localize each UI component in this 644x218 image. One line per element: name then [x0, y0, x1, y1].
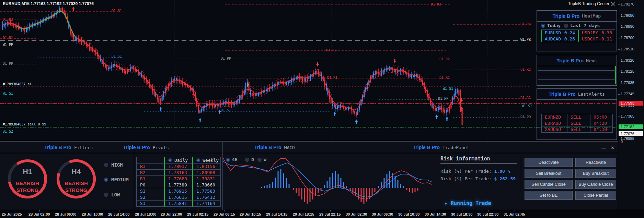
risk-percent-value: 1.00 % [494, 169, 510, 174]
heatmap-brand: Triple B Pro [553, 13, 580, 19]
close-icon[interactable]: ✕ [611, 145, 614, 150]
time-tick [515, 210, 515, 211]
macd-chart[interactable] [223, 155, 435, 210]
time-tick [172, 210, 172, 211]
filter-option-high[interactable]: HIGH [104, 162, 123, 168]
radio-last-7-days[interactable] [564, 24, 568, 28]
chart-label: W1 PP [3, 43, 13, 47]
time-label: 28 Jul 02:00 [28, 212, 50, 216]
sell-breakout-button[interactable]: Sell Breakout [525, 169, 573, 178]
bottom-panel-strip: Triple B Pro Filters Triple B Pro Pivots… [0, 141, 618, 210]
lastalerts-panel: Triple B Pro LastAlerts EURNZDSELL05:00E… [537, 88, 617, 140]
time-tick [383, 210, 383, 211]
alert-symbol: EURNZD [541, 114, 567, 120]
macd-hist-bar [400, 184, 401, 188]
pivot-weekly-value: 1.80908 [192, 169, 221, 176]
heatmap-table: EURUSD0.24AUDCAD0.26USDJPY-0.38USDCHF-0.… [541, 29, 615, 42]
macd-hist-bar [375, 188, 376, 192]
time-label: 29 Jul 18:15 [293, 212, 314, 216]
risk-dollar-value: $ 262.59 [494, 176, 516, 181]
pivot-daily-value: 1.78937 [164, 163, 193, 170]
radio-high[interactable] [104, 163, 108, 167]
chart-label: W1 S1 [522, 104, 532, 108]
price-label: 1.77365 [621, 114, 634, 118]
pivots-column-daily[interactable]: Daily [164, 157, 193, 164]
news-header: Triple B Pro News [537, 55, 617, 66]
macd-hist-bar [330, 177, 331, 188]
macd-hist-bar [280, 169, 281, 188]
price-scale[interactable]: 1.792701.790801.788901.787001.785101.783… [618, 0, 644, 210]
time-label: 30 Jul 14:30 [425, 212, 446, 216]
macd-hist-bar [272, 182, 273, 188]
macd-hist-bar [403, 186, 404, 188]
reactivate-button[interactable]: Reactivate [575, 158, 616, 167]
deactivate-button[interactable]: Deactivate [525, 158, 573, 167]
radio-today[interactable] [541, 24, 545, 28]
price-tick [618, 106, 620, 106]
pivot-weekly-value: 1.77583 [192, 188, 221, 194]
news-brand: Triple B Pro [557, 58, 584, 63]
time-label: 28 Jul 10:00 [82, 212, 103, 216]
macd-hist-bar [304, 188, 305, 202]
radio-medium[interactable] [104, 178, 108, 182]
macd-hist-bar [369, 188, 370, 199]
pivots-column-weekly[interactable]: Weekly [192, 157, 221, 164]
price-label: 1.78700 [621, 36, 634, 40]
chart-label: D1 R1 [327, 76, 337, 80]
pivot-daily-value: 1.78163 [164, 169, 193, 176]
buy-candle-close-button[interactable]: Buy Candle Close [575, 180, 616, 189]
chart-label: W1 S1 [3, 92, 13, 95]
alert-direction: SELL [567, 126, 590, 133]
minimize-icon[interactable]: — [601, 145, 606, 150]
news-row [538, 71, 616, 75]
filter-option-medium[interactable]: MEDIUM [104, 177, 129, 182]
pivot-level: R3 [136, 163, 164, 170]
macd-hist-bar [327, 181, 328, 188]
chart-label: D1 R3 [3, 17, 13, 21]
macd-hist-bar [364, 188, 365, 204]
time-tick [304, 210, 304, 211]
close-partial-button[interactable]: Close Partial [575, 191, 616, 200]
heatmap-title: HeatMap [582, 13, 601, 19]
lastalerts-title: LastAlerts [578, 92, 605, 97]
buy-breakout-button[interactable]: Buy Breakout [575, 169, 616, 178]
chart-label: D1 R3 [431, 2, 441, 6]
macd-hist-bar [350, 188, 351, 190]
alert-time: 04:30 [590, 126, 613, 133]
tab-last-7-days[interactable]: Last 7 days [564, 23, 600, 28]
alert-symbol: EURAUD [541, 120, 567, 126]
time-label: 29 Jul 02:15 [187, 212, 208, 216]
macd-hist-bar [321, 188, 322, 190]
filter-option-low[interactable]: LOW [104, 192, 120, 197]
time-tick [357, 210, 357, 211]
heatmap-cell-audcad: AUDCAD0.26 [542, 36, 578, 42]
chart-label: D1 S1 [112, 54, 122, 58]
macd-hist-bar [324, 185, 325, 188]
tradepanel-window-buttons: — ✕ [601, 145, 614, 150]
macd-hist-bar [332, 173, 333, 188]
set-to-be-button[interactable]: Set to BE [525, 191, 573, 200]
radio-low[interactable] [104, 193, 108, 197]
risk-percent-row: Risk (%) Per Trade: 1.00 % [440, 169, 510, 174]
tab-today[interactable]: Today [541, 23, 561, 28]
macd-hist-bar [335, 171, 336, 188]
price-tick [618, 16, 620, 16]
alert-direction: SELL [567, 114, 590, 120]
price-chart[interactable]: D1 R3D1 R1W1 PPD1 PP#1789384837 slW1 S1#… [0, 0, 618, 141]
running-trade-toggle[interactable]: ▸ Running Trade [445, 200, 491, 206]
macd-hist-bar [283, 173, 284, 188]
panel-divider [222, 142, 223, 210]
time-tick [39, 210, 40, 211]
time-axis[interactable]: 25 Jul 202528 Jul 02:0028 Jul 06:0028 Ju… [0, 210, 644, 218]
smiley-icon[interactable]: ☺ [611, 2, 615, 6]
chart-label: D1 R1 [520, 96, 531, 100]
macd-hist-bar [409, 188, 410, 192]
price-label: 1.78125 [621, 69, 634, 73]
time-label: 29 Jul 10:15 [240, 212, 261, 216]
radio-daily[interactable] [168, 158, 172, 162]
sell-candle-close-button[interactable]: Sell Candle Close [525, 180, 573, 189]
pivot-weekly-value: 1.76412 [192, 194, 221, 201]
radio-weekly[interactable] [196, 158, 200, 162]
pivot-weekly-value: 1.79831 [192, 175, 221, 182]
pivot-row-r2: R21.781631.80908 [137, 170, 221, 176]
